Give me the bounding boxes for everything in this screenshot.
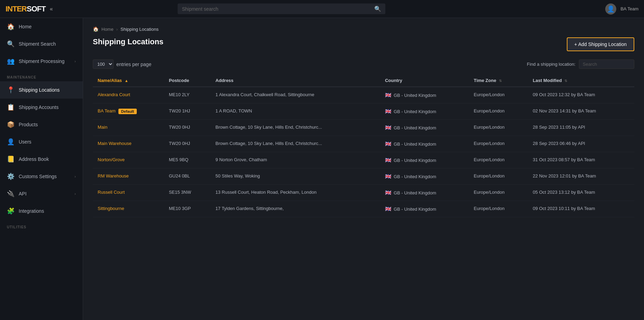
sidebar-item-integrations-label: Integrations: [19, 208, 44, 214]
main-content: 🏠 Home › Shipping Locations Shipping Loc…: [83, 18, 644, 320]
cell-timezone: Europe/London: [469, 201, 528, 217]
sidebar-item-customs-settings[interactable]: ⚙️ Customs Settings ›: [0, 168, 83, 185]
sidebar-item-home-label: Home: [19, 24, 32, 29]
page-header: Shipping Locations + Add Shipping Locati…: [93, 37, 634, 51]
logo-text: INTERSOFT: [6, 4, 46, 13]
country-flag: 🇬🇧: [385, 206, 392, 212]
entries-label: entries per page: [116, 62, 151, 67]
sidebar-item-api-label: API: [19, 191, 27, 196]
sort-timezone-icon: ⇅: [499, 79, 502, 83]
table-row[interactable]: RM Warehouse GU24 0BL 50 Stiles Way, Wok…: [93, 168, 634, 185]
col-country[interactable]: Country: [380, 74, 469, 87]
cell-name: Sittingbourne: [93, 201, 164, 217]
cell-postcode: TW20 0HJ: [164, 120, 211, 136]
col-last-modified-label: Last Modified: [533, 78, 562, 83]
top-navigation: INTERSOFT « 🔍 👤 BA Team: [0, 0, 644, 18]
sidebar-item-shipping-locations[interactable]: 📍 Shipping Locations: [0, 81, 83, 99]
cell-address: 1 Alexandra Court, Chalkwell Road, Sitti…: [211, 87, 380, 103]
col-postcode-label: Postcode: [169, 78, 189, 83]
table-header: Name/Alias ▲ Postcode Address Country Ti…: [93, 74, 634, 87]
country-flag: 🇬🇧: [385, 141, 392, 147]
api-icon: 🔌: [7, 190, 15, 198]
cell-postcode: SE15 3NW: [164, 185, 211, 201]
cell-address: 9 Norton Grove, Chatham: [211, 152, 380, 168]
breadcrumb-current: Shipping Locations: [120, 27, 159, 32]
cell-last-modified: 09 Oct 2023 10:11 by BA Team: [528, 201, 634, 217]
sidebar-item-address-book[interactable]: 📒 Address Book: [0, 150, 83, 168]
cell-name: Main Warehouse: [93, 136, 164, 152]
cell-country: 🇬🇧GB - United Kingdom: [380, 152, 469, 168]
cell-postcode: TW20 1HJ: [164, 103, 211, 120]
col-address[interactable]: Address: [211, 74, 380, 87]
col-name[interactable]: Name/Alias ▲: [93, 74, 164, 87]
sidebar-item-users[interactable]: 👤 Users: [0, 133, 83, 150]
cell-address: 13 Russell Court, Heaton Road, Peckham, …: [211, 185, 380, 201]
sidebar-item-customs-settings-label: Customs Settings: [19, 174, 57, 179]
cell-country: 🇬🇧GB - United Kingdom: [380, 87, 469, 103]
table-row[interactable]: Russell Court SE15 3NW 13 Russell Court,…: [93, 185, 634, 201]
sidebar-item-api[interactable]: 🔌 API ›: [0, 185, 83, 202]
collapse-icon[interactable]: «: [50, 6, 53, 12]
cell-country: 🇬🇧GB - United Kingdom: [380, 168, 469, 185]
cell-last-modified: 22 Nov 2023 12:01 by BA Team: [528, 168, 634, 185]
shipping-locations-table: Name/Alias ▲ Postcode Address Country Ti…: [93, 74, 634, 217]
cell-name: Alexandra Court: [93, 87, 164, 103]
sort-asc-icon: ▲: [125, 79, 128, 83]
cell-country: 🇬🇧GB - United Kingdom: [380, 185, 469, 201]
cell-name: Norton/Grove: [93, 152, 164, 168]
country-flag: 🇬🇧: [385, 173, 392, 179]
topnav-right: 👤 BA Team: [605, 3, 638, 15]
table-row[interactable]: Main Warehouse TW20 0HJ Brown Cottage, 1…: [93, 136, 634, 152]
table-row[interactable]: Alexandra Court ME10 2LY 1 Alexandra Cou…: [93, 87, 634, 103]
col-postcode[interactable]: Postcode: [164, 74, 211, 87]
global-search-input[interactable]: [182, 6, 372, 12]
sidebar-item-shipment-search[interactable]: 🔍 Shipment Search: [0, 35, 83, 53]
col-timezone-label: Time Zone: [474, 78, 496, 83]
table-row[interactable]: Norton/Grove ME5 9BQ 9 Norton Grove, Cha…: [93, 152, 634, 168]
sidebar: 🏠 Home 🔍 Shipment Search 👥 Shipment Proc…: [0, 18, 83, 320]
sidebar-item-products[interactable]: 📦 Products: [0, 116, 83, 133]
table-row[interactable]: Main TW20 0HJ Brown Cottage, 10 Sky Lane…: [93, 120, 634, 136]
col-last-modified[interactable]: Last Modified ⇅: [528, 74, 634, 87]
col-country-label: Country: [385, 78, 402, 83]
table-row[interactable]: Sittingbourne ME10 3GP 17 Tylden Gardens…: [93, 201, 634, 217]
cell-postcode: TW20 0HJ: [164, 136, 211, 152]
cell-last-modified: 28 Sep 2023 11:05 by API: [528, 120, 634, 136]
logo[interactable]: INTERSOFT «: [6, 4, 68, 13]
avatar-icon: 👤: [607, 5, 615, 13]
country-flag: 🇬🇧: [385, 157, 392, 163]
cell-address: 50 Stiles Way, Woking: [211, 168, 380, 185]
col-timezone[interactable]: Time Zone ⇅: [469, 74, 528, 87]
address-book-icon: 📒: [7, 155, 15, 163]
cell-last-modified: 05 Oct 2023 13:12 by BA Team: [528, 185, 634, 201]
sidebar-item-home[interactable]: 🏠 Home: [0, 18, 83, 35]
default-badge: Default: [118, 109, 137, 114]
home-breadcrumb-icon: 🏠: [93, 26, 99, 32]
shipment-search-icon: 🔍: [7, 40, 15, 48]
col-name-label: Name/Alias: [98, 78, 122, 83]
breadcrumb-home-link[interactable]: Home: [101, 27, 114, 32]
shipping-accounts-icon: 📋: [7, 103, 15, 111]
utilities-section-label: UTILITIES: [0, 220, 83, 231]
avatar[interactable]: 👤: [605, 3, 616, 15]
chevron-right-icon: ›: [74, 59, 76, 63]
entries-per-page-select[interactable]: 100 50 25: [93, 60, 114, 69]
cell-last-modified: 02 Nov 2023 14:31 by BA Team: [528, 103, 634, 120]
sidebar-item-integrations[interactable]: 🧩 Integrations: [0, 202, 83, 220]
sidebar-item-shipment-processing[interactable]: 👥 Shipment Processing ›: [0, 53, 83, 70]
cell-postcode: GU24 0BL: [164, 168, 211, 185]
add-shipping-location-button[interactable]: + Add Shipping Location: [567, 37, 634, 51]
find-location-input[interactable]: [579, 60, 634, 69]
users-icon: 👤: [7, 138, 15, 146]
cell-country: 🇬🇧GB - United Kingdom: [380, 103, 469, 120]
table-row[interactable]: BA TeamDefault TW20 1HJ 1 A ROAD, TOWN 🇬…: [93, 103, 634, 120]
cell-address: Brown Cottage, 10 Sky Lane, Hills End, C…: [211, 136, 380, 152]
shipping-locations-icon: 📍: [7, 86, 15, 94]
sidebar-item-users-label: Users: [19, 139, 32, 145]
cell-last-modified: 28 Sep 2023 06:46 by API: [528, 136, 634, 152]
sidebar-item-shipping-accounts[interactable]: 📋 Shipping Accounts: [0, 99, 83, 116]
chevron-right-api-icon: ›: [74, 192, 76, 196]
cell-country: 🇬🇧GB - United Kingdom: [380, 201, 469, 217]
cell-name: BA TeamDefault: [93, 103, 164, 120]
chevron-right-customs-icon: ›: [74, 174, 76, 179]
